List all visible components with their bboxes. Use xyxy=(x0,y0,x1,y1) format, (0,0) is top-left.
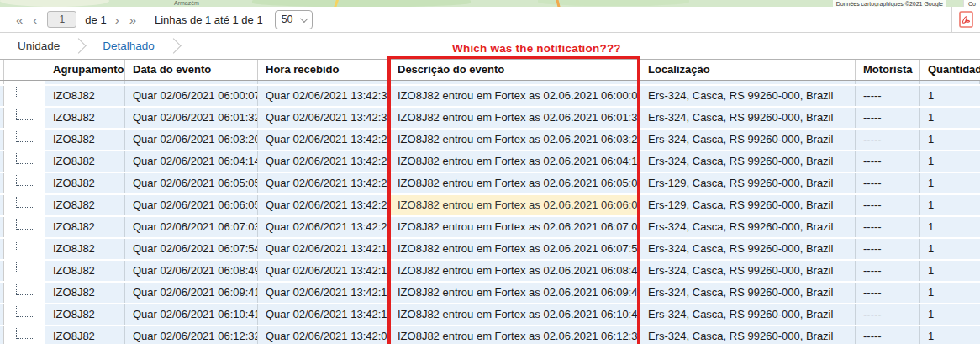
cell-localizacao[interactable]: Ers-324, Casca, RS 99260-000, Brazil xyxy=(640,239,856,259)
tree-node-icon[interactable] xyxy=(16,306,33,317)
cell-localizacao[interactable]: Ers-324, Casca, RS 99260-000, Brazil xyxy=(640,261,856,281)
cell-descricao[interactable]: IZO8J82 entrou em Fortex as 02.06.2021 0… xyxy=(390,239,640,259)
cell-motorista: ----- xyxy=(856,86,920,106)
header-cell-quantidade[interactable]: Quantidade xyxy=(920,60,980,80)
table-row[interactable]: IZO8J82Quar 02/06/2021 06:07:03Quar 02/0… xyxy=(0,217,980,237)
tree-node-icon[interactable] xyxy=(16,328,33,339)
tree-node-icon[interactable] xyxy=(16,241,33,251)
cell-localizacao[interactable]: Ers-129, Casca, RS 99260-000, Brazil xyxy=(640,173,856,193)
cell-agrupamento: IZO8J82 xyxy=(45,239,125,259)
cell-data-evento[interactable]: Quar 02/06/2021 06:10:41 xyxy=(125,304,258,325)
table-row[interactable]: IZO8J82Quar 02/06/2021 06:07:54Quar 02/0… xyxy=(0,239,980,259)
tree-cell xyxy=(4,86,45,106)
cell-data-evento[interactable]: Quar 02/06/2021 06:00:07 xyxy=(125,86,258,106)
tree-node-icon[interactable] xyxy=(16,109,33,120)
cell-descricao[interactable]: IZO8J82 entrou em Fortex as 02.06.2021 0… xyxy=(390,283,640,303)
cell-localizacao[interactable]: Ers-324, Casca, RS 99260-000, Brazil xyxy=(640,304,856,325)
table-row[interactable]: IZO8J82Quar 02/06/2021 06:01:32Quar 02/0… xyxy=(0,108,980,128)
cell-agrupamento: IZO8J82 xyxy=(45,326,125,344)
page-size-value: 50 xyxy=(282,13,293,25)
cell-quantidade: 1 xyxy=(920,304,980,325)
next-page-icon[interactable]: › xyxy=(110,13,124,26)
tree-cell xyxy=(4,151,45,172)
table-row[interactable]: IZO8J82Quar 02/06/2021 06:00:07Quar 02/0… xyxy=(0,86,980,106)
cell-data-evento[interactable]: Quar 02/06/2021 06:01:32 xyxy=(125,108,258,128)
cell-quantidade: 1 xyxy=(920,108,980,128)
tree-node-icon[interactable] xyxy=(16,87,33,98)
cell-descricao[interactable]: IZO8J82 entrou em Fortex as 02.06.2021 0… xyxy=(390,151,640,172)
cell-localizacao[interactable]: Ers-129, Casca, RS 99260-000, Brazil xyxy=(640,195,856,215)
header-cell-agrupamento[interactable]: Agrupamento xyxy=(45,60,125,80)
cell-descricao[interactable]: IZO8J82 entrou em Fortex as 02.06.2021 0… xyxy=(390,173,640,193)
cell-quantidade: 1 xyxy=(920,283,980,303)
cell-localizacao[interactable]: Ers-324, Casca, RS 99260-000, Brazil xyxy=(640,130,856,150)
cell-data-evento[interactable]: Quar 02/06/2021 06:09:41 xyxy=(125,283,258,303)
cell-descricao[interactable]: IZO8J82 entrou em Fortex as 02.06.2021 0… xyxy=(390,326,640,344)
map-attribution-link[interactable]: Co xyxy=(963,0,980,7)
header-cell-descricao[interactable]: Descrição do evento xyxy=(390,60,640,80)
tree-cell xyxy=(4,304,45,325)
table-row[interactable]: IZO8J82Quar 02/06/2021 06:03:20Quar 02/0… xyxy=(0,130,980,150)
table-row[interactable]: IZO8J82Quar 02/06/2021 06:05:05Quar 02/0… xyxy=(0,173,980,193)
map-place-label: Armazém xyxy=(174,0,199,7)
cell-hora-recebido: Quar 02/06/2021 13:42:26 xyxy=(258,151,390,172)
cell-hora-recebido: Quar 02/06/2021 13:42:11 xyxy=(258,304,390,325)
cell-data-evento[interactable]: Quar 02/06/2021 06:04:14 xyxy=(125,151,258,172)
table-row[interactable]: IZO8J82Quar 02/06/2021 06:04:14Quar 02/0… xyxy=(0,151,980,172)
tree-node-icon[interactable] xyxy=(16,219,33,230)
table-row[interactable]: IZO8J82Quar 02/06/2021 06:06:05Quar 02/0… xyxy=(0,195,980,215)
header-cell-localizacao[interactable]: Localização xyxy=(640,60,856,80)
cell-descricao[interactable]: IZO8J82 entrou em Fortex as 02.06.2021 0… xyxy=(390,217,640,237)
tree-cell xyxy=(4,283,45,303)
pdf-export-button[interactable] xyxy=(959,11,973,28)
cell-descricao[interactable]: IZO8J82 entrou em Fortex as 02.06.2021 0… xyxy=(390,108,640,128)
tree-node-icon[interactable] xyxy=(16,153,33,164)
cell-motorista: ----- xyxy=(856,217,920,237)
cell-motorista: ----- xyxy=(856,283,920,303)
cell-descricao[interactable]: IZO8J82 entrou em Fortex as 02.06.2021 0… xyxy=(390,304,640,325)
cell-quantidade: 1 xyxy=(920,239,980,259)
cell-data-evento[interactable]: Quar 02/06/2021 06:05:05 xyxy=(125,173,258,193)
cell-descricao[interactable]: IZO8J82 entrou em Fortex as 02.06.2021 0… xyxy=(390,195,640,215)
toolbar-divider xyxy=(951,7,952,32)
cell-data-evento[interactable]: Quar 02/06/2021 06:07:54 xyxy=(125,239,258,259)
cell-quantidade: 1 xyxy=(920,86,980,106)
cell-descricao[interactable]: IZO8J82 entrou em Fortex as 02.06.2021 0… xyxy=(390,86,640,106)
header-cell-data-evento[interactable]: Data do evento xyxy=(125,60,258,80)
prev-page-icon[interactable]: ‹ xyxy=(28,13,42,26)
cell-localizacao[interactable]: Ers-324, Casca, RS 99260-000, Brazil xyxy=(640,283,856,303)
tree-node-icon[interactable] xyxy=(16,175,33,186)
cell-localizacao[interactable]: Ers-324, Casca, RS 99260-000, Brazil xyxy=(640,217,856,237)
cell-data-evento[interactable]: Quar 02/06/2021 06:12:32 xyxy=(125,326,258,344)
first-page-icon[interactable]: « xyxy=(11,13,28,26)
tree-node-icon[interactable] xyxy=(16,131,33,142)
last-page-icon[interactable]: » xyxy=(124,13,141,26)
cell-hora-recebido: Quar 02/06/2021 13:42:33 xyxy=(258,108,390,128)
breadcrumb-item-unidade[interactable]: Unidade xyxy=(18,40,60,52)
cell-data-evento[interactable]: Quar 02/06/2021 06:03:20 xyxy=(125,130,258,150)
cell-hora-recebido: Quar 02/06/2021 13:42:28 xyxy=(258,130,390,150)
header-cell-motorista[interactable]: Motorista xyxy=(856,60,920,80)
cell-data-evento[interactable]: Quar 02/06/2021 06:06:05 xyxy=(125,195,258,215)
table-row[interactable]: IZO8J82Quar 02/06/2021 06:08:49Quar 02/0… xyxy=(0,261,980,281)
cell-descricao[interactable]: IZO8J82 entrou em Fortex as 02.06.2021 0… xyxy=(390,261,640,281)
cell-localizacao[interactable]: Ers-324, Casca, RS 99260-000, Brazil xyxy=(640,108,856,128)
table-header: Agrupamento Data do evento Hora recebido… xyxy=(0,59,980,81)
table-row[interactable]: IZO8J82Quar 02/06/2021 06:10:41Quar 02/0… xyxy=(0,304,980,325)
cell-localizacao[interactable]: Ers-324, Casca, RS 99260-000, Brazil xyxy=(640,151,856,172)
cell-data-evento[interactable]: Quar 02/06/2021 06:08:49 xyxy=(125,261,258,281)
table-row[interactable]: IZO8J82Quar 02/06/2021 06:12:32Quar 02/0… xyxy=(0,326,980,344)
page-number-input[interactable]: 1 xyxy=(47,11,76,28)
table-row[interactable]: IZO8J82Quar 02/06/2021 06:09:41Quar 02/0… xyxy=(0,283,980,303)
tree-node-icon[interactable] xyxy=(16,262,33,273)
page-size-select[interactable]: 50 xyxy=(275,10,313,29)
tree-node-icon[interactable] xyxy=(16,284,33,295)
cell-data-evento[interactable]: Quar 02/06/2021 06:07:03 xyxy=(125,217,258,237)
cell-localizacao[interactable]: Ers-324, Casca, RS 99260-000, Brazil xyxy=(640,86,856,106)
cell-descricao[interactable]: IZO8J82 entrou em Fortex as 02.06.2021 0… xyxy=(390,130,640,150)
header-cell-hora-recebido[interactable]: Hora recebido xyxy=(258,60,390,80)
cell-localizacao[interactable]: Ers-324, Casca, RS 99260-000, Brazil xyxy=(640,326,856,344)
tree-node-icon[interactable] xyxy=(16,197,33,208)
header-cell-tree xyxy=(4,60,45,80)
breadcrumb-item-detalhado[interactable]: Detalhado xyxy=(103,40,155,52)
